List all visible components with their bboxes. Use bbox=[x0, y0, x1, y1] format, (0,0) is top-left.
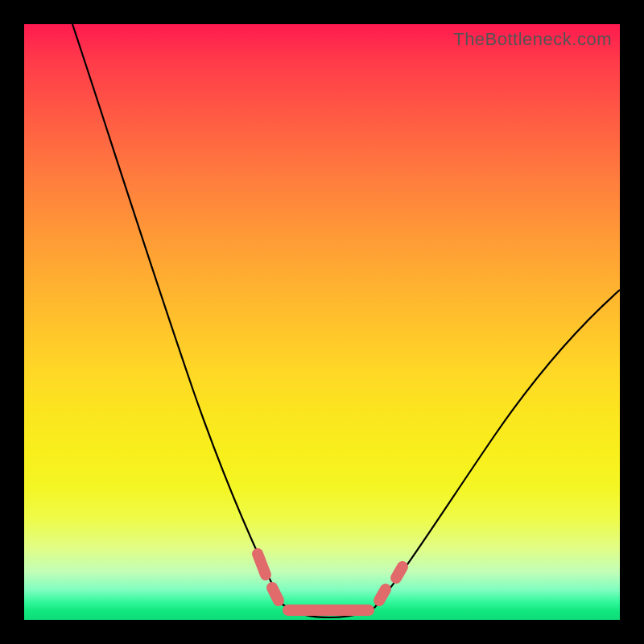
marker-right-lower bbox=[379, 589, 386, 601]
chart-area: TheBottleneck.com bbox=[24, 24, 620, 620]
marker-left-upper bbox=[258, 554, 266, 575]
watermark-text: TheBottleneck.com bbox=[453, 29, 612, 50]
curve-right bbox=[374, 290, 620, 608]
marker-left-lower bbox=[272, 588, 279, 601]
curve-left bbox=[72, 24, 282, 604]
bottleneck-curve bbox=[24, 24, 620, 620]
marker-right-upper bbox=[396, 567, 402, 578]
